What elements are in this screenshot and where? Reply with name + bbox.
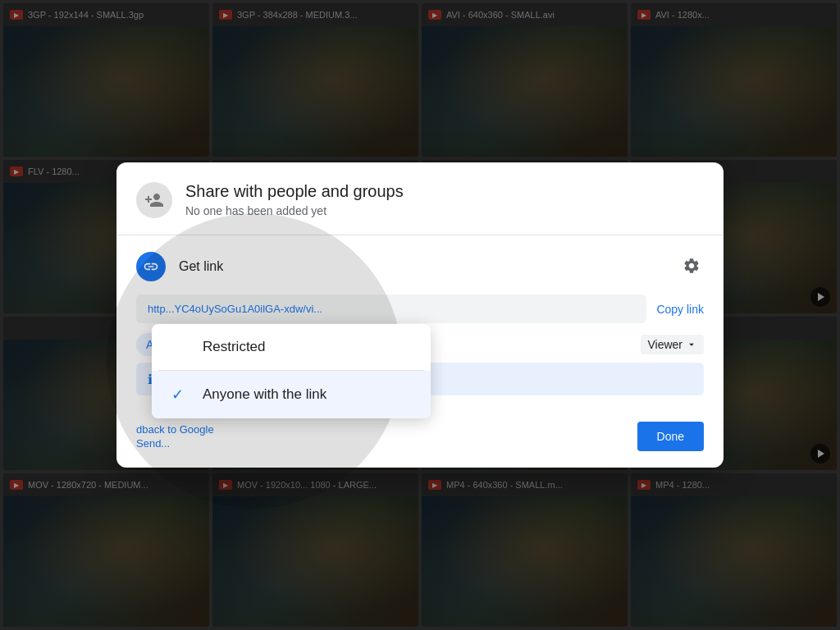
link-icon-circle [136, 252, 166, 281]
dropdown-item-restricted[interactable]: Restricted [152, 324, 431, 370]
person-add-icon [144, 190, 164, 210]
link-input-wrapper: http...YC4oUySoGu1A0ilGA-xdw/vi... [136, 294, 646, 323]
dropdown-item-restricted-label: Restricted [203, 339, 266, 355]
dialog-footer: dback to Google Send... Done [116, 412, 724, 468]
share-dialog-title: Share with people and groups [185, 182, 404, 201]
gear-icon [682, 257, 701, 275]
get-link-title: Get link [179, 259, 223, 274]
done-button[interactable]: Done [637, 422, 704, 451]
viewer-dropdown-button[interactable]: Viewer [641, 335, 704, 354]
settings-button[interactable] [679, 253, 704, 281]
checkmark-icon: ✓ [171, 386, 189, 404]
dropdown-item-anyone-label: Anyone with the link [203, 386, 326, 403]
feedback-link[interactable]: dback to Google [136, 423, 214, 436]
link-url-text: http...YC4oUySoGu1A0ilGA-xdw/vi... [148, 303, 322, 315]
chevron-down-icon-viewer [686, 339, 697, 350]
copy-link-button[interactable]: Copy link [656, 303, 704, 316]
send-link[interactable]: Send... [136, 437, 214, 450]
share-dialog-subtitle: No one has been added yet [185, 204, 404, 217]
share-people-icon-circle [136, 182, 172, 218]
link-row: http...YC4oUySoGu1A0ilGA-xdw/vi... Copy … [136, 294, 704, 323]
get-link-header: Get link [136, 252, 704, 281]
link-icon [143, 258, 159, 275]
share-people-section: Share with people and groups No one has … [116, 162, 724, 235]
share-people-text: Share with people and groups No one has … [185, 182, 404, 217]
share-dialog: Share with people and groups No one has … [116, 162, 724, 468]
access-dropdown-menu: Restricted ✓ Anyone with the link [152, 324, 431, 418]
viewer-label: Viewer [647, 338, 682, 351]
dropdown-item-anyone[interactable]: ✓ Anyone with the link [152, 371, 431, 418]
feedback-links: dback to Google Send... [136, 423, 214, 450]
